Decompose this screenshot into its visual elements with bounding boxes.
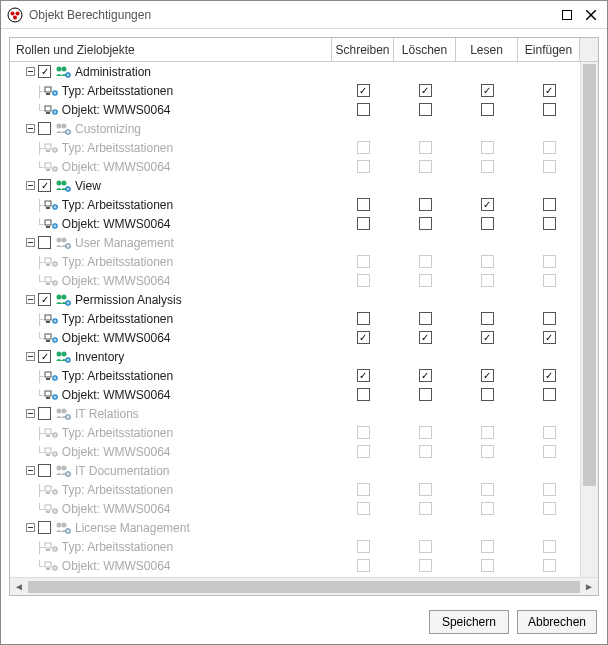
svg-point-2 — [16, 11, 20, 15]
child-label: Objekt: WMWS0064 — [62, 103, 171, 117]
role-checkbox[interactable] — [38, 179, 51, 192]
perm-write-checkbox — [357, 502, 370, 515]
perm-read-checkbox[interactable] — [481, 388, 494, 401]
child-row: ├Typ: Arbeitsstationen — [10, 309, 580, 328]
perm-read-checkbox — [481, 160, 494, 173]
child-label: Typ: Arbeitsstationen — [62, 483, 173, 497]
expander-icon[interactable] — [24, 465, 36, 477]
perm-insert-checkbox[interactable] — [543, 103, 556, 116]
svg-point-111 — [57, 408, 62, 413]
perm-write-checkbox[interactable] — [357, 369, 370, 382]
role-checkbox[interactable] — [38, 122, 51, 135]
expander-icon[interactable] — [24, 123, 36, 135]
svg-rect-134 — [46, 492, 50, 494]
perm-read-checkbox[interactable] — [481, 103, 494, 116]
perm-read-checkbox[interactable] — [481, 312, 494, 325]
perm-delete-checkbox[interactable] — [419, 84, 432, 97]
role-checkbox[interactable] — [38, 65, 51, 78]
perm-delete-checkbox[interactable] — [419, 388, 432, 401]
col-header-insert[interactable]: Einfügen — [518, 38, 580, 62]
col-header-delete[interactable]: Löschen — [394, 38, 456, 62]
maximize-button[interactable] — [557, 5, 577, 25]
expander-icon[interactable] — [24, 408, 36, 420]
perm-insert-checkbox[interactable] — [543, 331, 556, 344]
svg-point-94 — [57, 351, 62, 356]
perm-delete-checkbox[interactable] — [419, 103, 432, 116]
child-label: Objekt: WMWS0064 — [62, 160, 171, 174]
role-checkbox[interactable] — [38, 350, 51, 363]
perm-write-checkbox[interactable] — [357, 312, 370, 325]
perm-insert-checkbox[interactable] — [543, 312, 556, 325]
perm-write-checkbox[interactable] — [357, 331, 370, 344]
perm-read-checkbox[interactable] — [481, 369, 494, 382]
col-header-read[interactable]: Lesen — [456, 38, 518, 62]
svg-rect-53 — [45, 220, 51, 225]
svg-point-146 — [62, 522, 67, 527]
hscroll-track[interactable] — [28, 581, 580, 593]
perm-write-checkbox[interactable] — [357, 103, 370, 116]
perm-write-checkbox — [357, 160, 370, 173]
perm-read-checkbox[interactable] — [481, 198, 494, 211]
perm-delete-checkbox[interactable] — [419, 369, 432, 382]
perm-delete-checkbox[interactable] — [419, 217, 432, 230]
role-row: Inventory — [10, 347, 580, 366]
expander-icon[interactable] — [24, 351, 36, 363]
expander-icon[interactable] — [24, 237, 36, 249]
tree-line-icon: ├ — [36, 484, 44, 496]
perm-write-checkbox — [357, 559, 370, 572]
child-row: ├Typ: Arbeitsstationen — [10, 81, 580, 100]
perm-delete-checkbox — [419, 559, 432, 572]
svg-rect-83 — [46, 321, 50, 323]
role-checkbox[interactable] — [38, 293, 51, 306]
child-row: └Objekt: WMWS0064 — [10, 328, 580, 347]
svg-point-60 — [57, 237, 62, 242]
perm-delete-checkbox[interactable] — [419, 331, 432, 344]
col-header-write[interactable]: Schreiben — [332, 38, 394, 62]
perm-read-checkbox[interactable] — [481, 84, 494, 97]
tree-line-icon: ├ — [36, 541, 44, 553]
svg-point-145 — [57, 522, 62, 527]
role-checkbox[interactable] — [38, 407, 51, 420]
vertical-scrollbar[interactable] — [580, 62, 598, 577]
close-button[interactable] — [581, 5, 601, 25]
perm-write-checkbox[interactable] — [357, 198, 370, 211]
perm-insert-checkbox[interactable] — [543, 388, 556, 401]
scrollbar-thumb[interactable] — [583, 64, 596, 486]
role-label: View — [75, 179, 101, 193]
window-title: Objekt Berechtigungen — [29, 8, 553, 22]
hscroll-right-arrow[interactable]: ► — [582, 581, 596, 592]
table-body: Administration├Typ: Arbeitsstationen└Obj… — [10, 62, 598, 577]
role-checkbox[interactable] — [38, 236, 51, 249]
perm-read-checkbox[interactable] — [481, 217, 494, 230]
perm-write-checkbox[interactable] — [357, 388, 370, 401]
perm-delete-checkbox — [419, 141, 432, 154]
perm-delete-checkbox[interactable] — [419, 312, 432, 325]
perm-write-checkbox[interactable] — [357, 84, 370, 97]
perm-insert-checkbox[interactable] — [543, 84, 556, 97]
role-label: IT Relations — [75, 407, 139, 421]
cancel-button[interactable]: Abbrechen — [517, 610, 597, 634]
perm-insert-checkbox[interactable] — [543, 369, 556, 382]
role-checkbox[interactable] — [38, 521, 51, 534]
perm-insert-checkbox[interactable] — [543, 198, 556, 211]
col-header-tree[interactable]: Rollen und Zielobjekte — [10, 38, 332, 62]
child-row: └Objekt: WMWS0064 — [10, 100, 580, 119]
role-checkbox[interactable] — [38, 464, 51, 477]
perm-insert-checkbox[interactable] — [543, 217, 556, 230]
perm-delete-checkbox[interactable] — [419, 198, 432, 211]
expander-icon[interactable] — [24, 66, 36, 78]
svg-rect-49 — [46, 207, 50, 209]
app-icon — [7, 7, 23, 23]
svg-rect-48 — [45, 201, 51, 206]
save-button[interactable]: Speichern — [429, 610, 509, 634]
horizontal-scrollbar[interactable]: ◄ ► — [10, 577, 598, 595]
perm-read-checkbox[interactable] — [481, 331, 494, 344]
expander-icon[interactable] — [24, 180, 36, 192]
object-icon — [44, 103, 58, 117]
expander-icon[interactable] — [24, 294, 36, 306]
role-row: Customizing — [10, 119, 580, 138]
perm-write-checkbox[interactable] — [357, 217, 370, 230]
expander-icon[interactable] — [24, 522, 36, 534]
hscroll-left-arrow[interactable]: ◄ — [12, 581, 26, 592]
svg-rect-66 — [46, 264, 50, 266]
